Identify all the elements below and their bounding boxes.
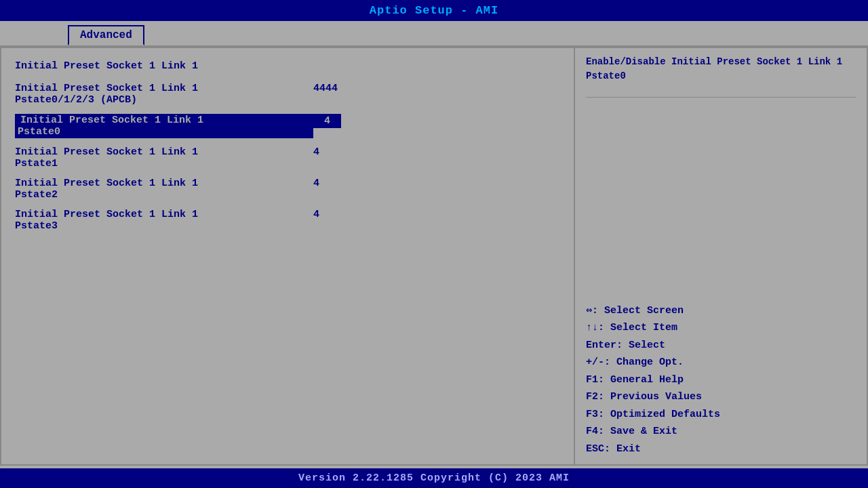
key-f2: F2: Previous Values xyxy=(586,388,856,406)
tab-bar: Advanced xyxy=(0,21,868,45)
menu-item-label: Initial Preset Socket 1 Link 1Pstate2 xyxy=(15,178,313,201)
menu-item-value: 4 xyxy=(313,146,319,158)
section-header: Initial Preset Socket 1 Link 1 xyxy=(15,55,560,75)
key-f1: F1: General Help xyxy=(586,371,856,389)
list-item[interactable]: Initial Preset Socket 1 Link 1Pstate1 4 xyxy=(15,144,560,172)
list-item[interactable]: Initial Preset Socket 1 Link 1Pstate0/1/… xyxy=(15,80,560,108)
key-enter: Enter: Select xyxy=(586,337,856,354)
key-select-screen: ⇔: Select Screen xyxy=(586,302,856,320)
menu-item-value: 4 xyxy=(313,178,319,189)
menu-item-value-selected: 4 xyxy=(313,114,341,128)
menu-item-label: Initial Preset Socket 1 Link 1Pstate0 xyxy=(15,114,313,138)
key-select-item: ↑↓: Select Item xyxy=(586,319,856,337)
menu-item-value: 4444 xyxy=(313,83,338,94)
list-item[interactable]: Initial Preset Socket 1 Link 1Pstate0 4 xyxy=(15,111,560,141)
footer: Version 2.22.1285 Copyright (C) 2023 AMI xyxy=(0,468,868,488)
menu-item-label: Initial Preset Socket 1 Link 1Pstate0/1/… xyxy=(15,83,313,106)
help-text: Enable/Disable Initial Preset Socket 1 L… xyxy=(586,55,856,83)
key-legend: ⇔: Select Screen ↑↓: Select Item Enter: … xyxy=(586,302,856,458)
key-f4: F4: Save & Exit xyxy=(586,423,856,441)
key-change-opt: +/-: Change Opt. xyxy=(586,354,856,371)
left-panel: Initial Preset Socket 1 Link 1 Initial P… xyxy=(0,47,575,466)
app-title: Aptio Setup - AMI xyxy=(0,0,868,21)
right-panel: Enable/Disable Initial Preset Socket 1 L… xyxy=(575,47,868,466)
tab-advanced[interactable]: Advanced xyxy=(68,25,144,45)
main-content: Initial Preset Socket 1 Link 1 Initial P… xyxy=(0,45,868,466)
menu-item-value: 4 xyxy=(313,209,319,220)
list-item[interactable]: Initial Preset Socket 1 Link 1Pstate3 4 xyxy=(15,206,560,235)
menu-item-label: Initial Preset Socket 1 Link 1Pstate3 xyxy=(15,209,313,232)
list-item[interactable]: Initial Preset Socket 1 Link 1Pstate2 4 xyxy=(15,175,560,203)
key-f3: F3: Optimized Defaults xyxy=(586,406,856,424)
menu-item-label: Initial Preset Socket 1 Link 1Pstate1 xyxy=(15,146,313,169)
key-esc: ESC: Exit xyxy=(586,441,856,458)
